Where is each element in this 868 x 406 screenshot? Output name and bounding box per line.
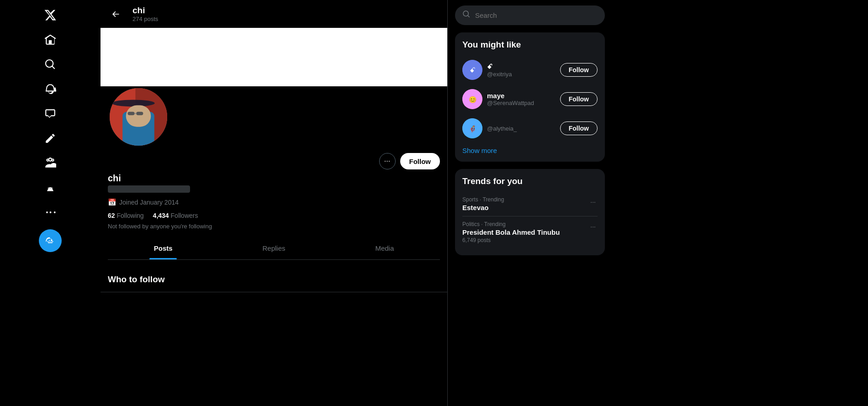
suggestion-info-maye: maye @SerenaWattpad [487, 92, 556, 106]
avatar-wrapper [108, 86, 169, 148]
suggestion-avatar-alytheia: 🦸 [462, 118, 482, 138]
trend-item-estevao: Sports · Trending Estevao ··· [462, 192, 598, 216]
main-content: chi 274 posts [101, 0, 448, 406]
suggestion-info-exitriya: ꗃ @exitriya [487, 63, 556, 78]
svg-point-3 [112, 100, 155, 106]
suggestion-item-exitriya: ꗃ ꗃ @exitriya Follow [462, 55, 598, 84]
profile-username-obscured [108, 185, 190, 193]
trend-posts-tinubu: 6,749 posts [462, 237, 560, 243]
follow-button[interactable]: Follow [400, 153, 440, 169]
tab-replies[interactable]: Replies [218, 237, 329, 259]
svg-rect-6 [127, 112, 134, 116]
trends-section: Trends for you Sports · Trending Estevao… [455, 169, 605, 255]
calendar-icon: 📅 [108, 198, 116, 206]
following-stat[interactable]: 62 Following [108, 212, 144, 219]
profile-tabs: Posts Replies Media [108, 237, 440, 260]
trend-name-estevao[interactable]: Estevao [462, 204, 504, 211]
suggestion-item-maye: 😊 maye @SerenaWattpad Follow [462, 84, 598, 114]
svg-rect-5 [126, 105, 151, 127]
sidebar-item-messages[interactable] [39, 102, 62, 125]
nav-menu [0, 28, 101, 252]
svg-text:🦸: 🦸 [469, 125, 477, 133]
profile-joined-date: 📅 Joined January 2014 [108, 198, 440, 206]
follow-button-maye[interactable]: Follow [560, 92, 598, 106]
svg-text:😊: 😊 [469, 96, 477, 104]
tab-media[interactable]: Media [329, 237, 440, 259]
trend-more-estevao[interactable]: ··· [588, 196, 598, 207]
profile-section: ··· Follow chi 📅 Joined January 2014 62 … [101, 86, 447, 267]
suggestion-item-alytheia: 🦸 @alytheia_ Follow [462, 114, 598, 143]
follow-button-exitriya[interactable]: Follow [560, 63, 598, 77]
svg-rect-7 [136, 112, 143, 116]
who-to-follow-section: Who to follow [101, 267, 447, 292]
trend-more-tinubu[interactable]: ··· [588, 221, 598, 232]
header-posts-count: 274 posts [132, 16, 158, 22]
you-might-like-section: You might like ꗃ ꗃ @exitriya Follow [455, 32, 605, 162]
suggestion-name-exitriya: ꗃ [487, 63, 556, 71]
you-might-like-title: You might like [462, 40, 598, 50]
tab-posts[interactable]: Posts [108, 237, 218, 259]
sidebar-item-explore[interactable] [39, 53, 62, 76]
who-to-follow-title: Who to follow [108, 274, 440, 285]
header-username: chi [132, 5, 158, 16]
profile-stats: 62 Following 4,434 Followers [108, 212, 440, 219]
show-more-link[interactable]: Show more [462, 143, 598, 154]
trend-item-tinubu: Politics · Trending President Bola Ahmed… [462, 216, 598, 248]
suggestion-avatar-maye: 😊 [462, 89, 482, 109]
profile-header-bar: chi 274 posts [101, 0, 447, 28]
x-logo[interactable] [39, 4, 62, 26]
search-bar[interactable] [455, 5, 605, 25]
sidebar-item-notifications[interactable] [39, 78, 62, 100]
search-icon [462, 10, 471, 21]
suggestion-handle-maye: @SerenaWattpad [487, 100, 556, 106]
sidebar-item-home[interactable] [39, 28, 62, 51]
suggestion-handle-alytheia: @alytheia_ [487, 125, 556, 132]
right-sidebar: You might like ꗃ ꗃ @exitriya Follow [448, 0, 612, 406]
left-sidebar [0, 0, 101, 406]
suggestion-handle-exitriya: @exitriya [487, 71, 556, 78]
trends-title: Trends for you [462, 176, 598, 186]
profile-display-name: chi [108, 173, 440, 184]
search-input[interactable] [475, 11, 598, 19]
trend-category-tinubu: Politics · Trending [462, 221, 560, 227]
svg-text:ꗃ: ꗃ [470, 66, 476, 74]
sidebar-item-communities[interactable] [39, 152, 62, 174]
not-followed-notice: Not followed by anyone you're following [108, 223, 440, 230]
avatar-image [110, 88, 167, 146]
followers-stat[interactable]: 4,434 Followers [153, 212, 198, 219]
follow-button-alytheia[interactable]: Follow [560, 121, 598, 135]
back-button[interactable] [108, 6, 123, 22]
suggestion-avatar-exitriya: ꗃ [462, 60, 482, 80]
suggestion-name-maye: maye [487, 92, 556, 100]
trend-category-estevao: Sports · Trending [462, 196, 504, 203]
sidebar-item-premium[interactable] [39, 229, 62, 252]
avatar [108, 86, 169, 148]
sidebar-item-profile[interactable] [39, 176, 62, 199]
suggestion-info-alytheia: @alytheia_ [487, 125, 556, 132]
sidebar-item-compose[interactable] [39, 127, 62, 150]
more-options-button[interactable]: ··· [379, 153, 396, 169]
sidebar-item-more[interactable] [39, 201, 62, 224]
header-user-info: chi 274 posts [132, 5, 158, 22]
trend-name-tinubu[interactable]: President Bola Ahmed Tinubu [462, 228, 560, 236]
profile-actions: ··· Follow [108, 148, 440, 173]
